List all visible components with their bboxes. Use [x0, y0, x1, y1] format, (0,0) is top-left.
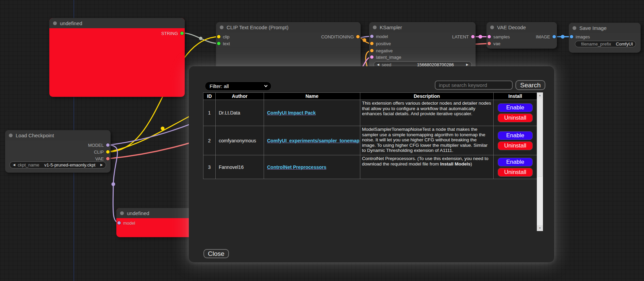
latent-port-dot[interactable]: [488, 35, 491, 38]
uninstall-button[interactable]: Uninstall: [498, 113, 533, 122]
ext-actions: Enable Uninstall: [494, 100, 537, 126]
extension-table: ID Author Name Description Install 1 Dr.…: [203, 92, 537, 179]
search-button[interactable]: Search: [515, 80, 545, 90]
enable-button[interactable]: Enable: [498, 131, 533, 140]
input-slot-samples[interactable]: samples: [488, 34, 510, 40]
model-port-dot[interactable]: [117, 221, 121, 225]
ext-description: ModelSamplerTonemapNoiseTest a node that…: [360, 126, 494, 155]
node-title-bar[interactable]: undefined: [49, 18, 185, 28]
string-port-dot[interactable]: [180, 32, 184, 35]
ext-link[interactable]: ComfyUI_experiments/sampler_tonemap: [267, 138, 360, 143]
collapse-dot[interactable]: [220, 25, 224, 29]
filter-select[interactable]: Filter: all: [205, 82, 271, 91]
input-slot-images[interactable]: images: [570, 34, 590, 40]
output-slot-latent[interactable]: LATENT: [452, 34, 475, 40]
node-vae-decode[interactable]: VAE Decode samples vae IMAGE: [486, 22, 557, 49]
collapse-dot[interactable]: [573, 26, 576, 30]
vae-port-dot[interactable]: [106, 157, 110, 160]
link-positive-dot: [363, 38, 366, 42]
table-row: 2 comfyanonymous ComfyUI_experiments/sam…: [203, 126, 537, 155]
decrement-arrow-icon[interactable]: ◀: [377, 63, 379, 66]
close-button[interactable]: Close: [203, 249, 229, 258]
input-slot-vae[interactable]: vae: [488, 40, 500, 47]
node-title-bar[interactable]: Load Checkpoint: [5, 130, 111, 140]
clip-port-dot[interactable]: [217, 35, 220, 38]
node-undefined-top[interactable]: undefined STRING: [49, 18, 185, 97]
node-title-bar[interactable]: KSampler: [369, 22, 476, 32]
node-title-bar[interactable]: VAE Decode: [486, 22, 557, 32]
input-slot-model[interactable]: model: [117, 220, 135, 226]
search-input[interactable]: [435, 81, 513, 90]
node-save-image[interactable]: Save Image images filename_prefix ComfyU…: [569, 23, 641, 53]
node-title-bar[interactable]: undefined: [116, 208, 195, 218]
next-arrow-icon[interactable]: ▶: [100, 163, 103, 166]
image-port-dot[interactable]: [552, 35, 556, 38]
input-slot-model[interactable]: model: [370, 33, 388, 39]
node-title: undefined: [60, 20, 82, 26]
conditioning-port-dot[interactable]: [370, 49, 374, 52]
filename-prefix-widget[interactable]: filename_prefix ComfyUI: [575, 41, 636, 47]
increment-arrow-icon[interactable]: ▶: [466, 63, 468, 66]
collapse-dot[interactable]: [9, 134, 13, 137]
scrollbar[interactable]: ▲ ▼: [537, 92, 543, 231]
ext-id: 1: [203, 100, 216, 126]
ext-author: Dr.Lt.Data: [216, 100, 264, 126]
link-latent-dot: [479, 35, 482, 39]
collapse-dot[interactable]: [120, 211, 124, 215]
node-load-checkpoint[interactable]: Load Checkpoint MODEL CLIP VAE ◀ ckpt_na…: [5, 130, 111, 173]
enable-button[interactable]: Enable: [498, 158, 533, 166]
ext-description: ControlNet Preprocessors. (To use this e…: [360, 155, 494, 179]
node-title-bar[interactable]: CLIP Text Encode (Prompt): [216, 22, 361, 32]
output-slot-model[interactable]: MODEL: [88, 142, 110, 148]
input-slot-positive[interactable]: positive: [370, 40, 391, 47]
model-port-dot[interactable]: [370, 35, 374, 38]
prev-arrow-icon[interactable]: ◀: [13, 163, 15, 166]
link-string-dot: [199, 37, 202, 40]
node-title: KSampler: [380, 24, 402, 30]
extension-table-container: ID Author Name Description Install 1 Dr.…: [203, 92, 543, 231]
output-slot-vae[interactable]: VAE: [95, 156, 110, 162]
uninstall-button[interactable]: Uninstall: [498, 168, 533, 177]
latent-port-dot[interactable]: [471, 35, 475, 38]
output-slot-conditioning[interactable]: CONDITIONING: [321, 34, 360, 40]
model-port-dot[interactable]: [106, 143, 110, 147]
collapse-dot[interactable]: [373, 25, 377, 29]
uninstall-button[interactable]: Uninstall: [498, 141, 533, 150]
image-port-dot[interactable]: [570, 35, 573, 38]
ext-link[interactable]: ControlNet Preprocessors: [267, 164, 326, 170]
text-port-dot[interactable]: [217, 42, 220, 45]
clip-port-dot[interactable]: [106, 150, 110, 154]
collapse-dot[interactable]: [53, 21, 57, 25]
conditioning-port-dot[interactable]: [356, 35, 360, 38]
node-title: Save Image: [579, 25, 607, 31]
input-slot-negative[interactable]: negative: [370, 48, 393, 54]
enable-button[interactable]: Enable: [498, 103, 533, 112]
node-title: undefined: [127, 210, 149, 216]
ext-author: comfyanonymous: [216, 126, 264, 155]
ext-actions: Enable Uninstall: [494, 126, 537, 155]
extension-manager-dialog: Filter: all Search ID Author Name Descri…: [189, 66, 554, 262]
vae-port-dot[interactable]: [488, 42, 491, 45]
node-title: VAE Decode: [497, 24, 526, 30]
scroll-down-icon[interactable]: ▼: [537, 225, 543, 231]
ext-id: 2: [203, 126, 216, 155]
output-slot-image[interactable]: IMAGE: [536, 34, 556, 40]
ext-link[interactable]: ComfyUI Impact Pack: [267, 110, 316, 116]
table-row: 3 Fannovel16 ControlNet Preprocessors Co…: [203, 155, 537, 179]
ckpt-name-widget[interactable]: ◀ ckpt_name v1-5-pruned-emaonly.ckpt ▶: [10, 161, 106, 169]
node-undefined-bottom[interactable]: undefined model: [116, 208, 195, 237]
output-slot-string[interactable]: STRING: [161, 30, 184, 36]
input-slot-text[interactable]: text: [217, 40, 230, 47]
scroll-up-icon[interactable]: ▲: [537, 92, 543, 98]
scrollbar-thumb[interactable]: [537, 99, 543, 177]
link-image-dot: [561, 35, 565, 39]
filename-prefix-value: ComfyUI: [616, 41, 633, 47]
ext-author: Fannovel16: [216, 155, 264, 179]
input-slot-clip[interactable]: clip: [217, 34, 230, 40]
node-title-bar[interactable]: Save Image: [569, 23, 641, 33]
collapse-dot[interactable]: [490, 25, 494, 29]
input-slot-latent-image[interactable]: latent_image: [370, 54, 401, 60]
latent-port-dot[interactable]: [370, 55, 374, 59]
conditioning-port-dot[interactable]: [370, 42, 374, 45]
output-slot-clip[interactable]: CLIP: [94, 149, 110, 155]
